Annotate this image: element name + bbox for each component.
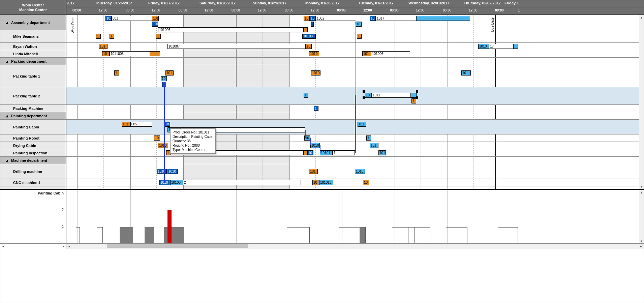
histogram-bar[interactable] [97, 227, 103, 243]
gantt-bar[interactable]: 101 [152, 22, 158, 27]
gantt-bar[interactable]: 10101 [320, 150, 333, 155]
gantt-bar[interactable]: 1002 [316, 16, 356, 21]
scroll-up-icon[interactable]: ▴ [639, 190, 644, 195]
gantt-row[interactable] [66, 134, 639, 142]
resource-row[interactable]: Mike Seamans [0, 30, 66, 43]
gantt-bar[interactable]: 10 [310, 16, 316, 21]
gantt-row[interactable] [66, 157, 639, 164]
resource-row[interactable]: Bryan Walton [0, 43, 66, 50]
gantt-bar[interactable]: 1010 [157, 169, 167, 174]
gantt-row[interactable] [66, 186, 639, 189]
gantt-bar[interactable]: 005 [130, 122, 152, 127]
gantt-bar[interactable]: 10 [307, 150, 313, 155]
gantt-bar[interactable]: 101 [165, 70, 174, 75]
collapse-icon[interactable]: ◢ [6, 114, 9, 118]
gantt-bar[interactable]: 10 [304, 16, 310, 21]
gantt-row[interactable] [66, 105, 639, 112]
resource-row[interactable]: Drying Cabin [0, 142, 66, 149]
gantt-bar[interactable]: 10 [161, 76, 167, 81]
dept-row[interactable]: ◢Packing department [0, 58, 66, 65]
gantt-bar[interactable]: 1017 [376, 16, 416, 21]
histogram-scrollbar[interactable]: ▴ ▾ [639, 190, 644, 243]
gantt-bar[interactable]: 1 [110, 34, 114, 39]
gantt-bar[interactable]: 101 [99, 44, 108, 49]
gantt-bar[interactable]: 1 [96, 34, 101, 39]
scroll-down-icon[interactable]: ▾ [639, 238, 644, 243]
gantt-bar[interactable]: 10 [312, 180, 318, 185]
gantt-bar[interactable]: 101006 [371, 51, 410, 56]
gantt-bar[interactable]: 101 [378, 150, 386, 155]
gantt-bar[interactable] [411, 93, 417, 98]
histogram-bar[interactable] [76, 227, 80, 243]
gantt-row[interactable] [66, 30, 639, 43]
gantt-bar[interactable]: 1 [156, 34, 161, 39]
vertical-scrollbar[interactable]: ▴ ▾ [639, 15, 644, 189]
histogram-bar[interactable] [498, 227, 518, 243]
gantt-row[interactable] [66, 164, 639, 179]
gantt-bar[interactable]: 10 [304, 135, 310, 141]
collapse-icon[interactable]: ◢ [6, 60, 9, 63]
gantt-row[interactable] [66, 87, 639, 105]
sidebar-scrollbar[interactable]: ◂ ▸ [0, 244, 66, 249]
scroll-down-icon[interactable]: ▾ [639, 184, 644, 189]
resource-row[interactable]: Packing table 2 [0, 87, 66, 105]
gantt-bar[interactable]: 101 [105, 16, 112, 21]
gantt-bar[interactable]: 10 [154, 135, 160, 141]
gantt-row[interactable] [66, 43, 639, 50]
histogram-bar[interactable] [145, 227, 154, 243]
gantt-bar[interactable]: 1010 [152, 16, 159, 21]
gantt-bar[interactable]: 1 [333, 150, 355, 155]
scroll-left-icon[interactable]: ◂ [0, 244, 6, 249]
resource-row[interactable]: Painting Robot [0, 134, 66, 142]
gantt-bar[interactable]: 101013 [319, 180, 333, 185]
gantt-bar[interactable]: 1011 [372, 93, 411, 98]
gantt-bar[interactable]: 101 [358, 122, 366, 127]
gantt-bar[interactable]: 10 [363, 180, 369, 185]
gantt-bar[interactable]: 2 [183, 180, 301, 185]
histogram-bar[interactable] [167, 210, 172, 243]
histogram-bar[interactable] [360, 227, 365, 243]
histogram-bar[interactable] [408, 227, 430, 243]
timeline-scrollbar[interactable]: ◂ ▸ [66, 244, 644, 249]
gantt-bar[interactable] [304, 27, 308, 32]
gantt-bar[interactable]: 10 [306, 44, 312, 49]
gantt-bar[interactable]: 10 [164, 122, 170, 127]
gantt-row[interactable] [66, 65, 639, 87]
gantt-bar[interactable]: 1 [411, 98, 416, 103]
gantt-bar[interactable]: 10100 [170, 180, 183, 185]
histogram-bar[interactable] [446, 227, 467, 243]
gantt-bar[interactable]: 101 [122, 122, 130, 127]
gantt-bar[interactable] [416, 16, 470, 21]
gantt-row[interactable] [66, 142, 639, 149]
gantt-bar[interactable]: 17 [489, 44, 513, 49]
gantt-bar[interactable]: 001 [112, 16, 152, 21]
gantt-row[interactable] [66, 120, 639, 134]
gantt-bar[interactable]: 10 [102, 51, 110, 56]
gantt-bar[interactable]: 1011003 [110, 51, 150, 56]
gantt-bar[interactable]: 10 [370, 16, 376, 21]
resource-row[interactable]: Packing Machine [0, 105, 66, 112]
histogram-bar[interactable] [164, 227, 184, 243]
resource-row[interactable]: Painting Cabin [0, 120, 66, 134]
histogram-bar[interactable] [287, 227, 310, 243]
resource-row[interactable]: Drilling machine [0, 164, 66, 179]
scroll-right-icon[interactable]: ▸ [638, 244, 644, 249]
timeline[interactable]: 2017Thursday, 01/26/2017Friday, 01/27/20… [66, 0, 644, 189]
gantt-bar[interactable]: 10 [357, 34, 362, 39]
collapse-icon[interactable]: ◢ [6, 21, 9, 24]
gantt-bar[interactable]: 1010 [167, 169, 178, 174]
gantt-bar[interactable]: 1 [114, 70, 119, 75]
scroll-thumb[interactable] [107, 244, 248, 248]
gantt-row[interactable] [66, 112, 639, 120]
gantt-bar[interactable] [303, 150, 307, 155]
dept-row[interactable]: ◢Assembly department [0, 15, 66, 30]
dept-row[interactable]: ◢Machine department [0, 157, 66, 164]
resource-row[interactable]: Linda Mitchell [0, 50, 66, 58]
scroll-left-icon[interactable]: ◂ [66, 244, 72, 249]
gantt-bar[interactable]: 1010 [158, 143, 168, 148]
gantt-bar[interactable]: 1 [311, 22, 314, 27]
gantt-bar[interactable]: 1 [314, 106, 318, 111]
scroll-right-icon[interactable]: ▸ [61, 244, 66, 249]
gantt-bar[interactable]: 1010 [478, 44, 489, 49]
gantt-bar[interactable]: 1010 [309, 51, 319, 56]
